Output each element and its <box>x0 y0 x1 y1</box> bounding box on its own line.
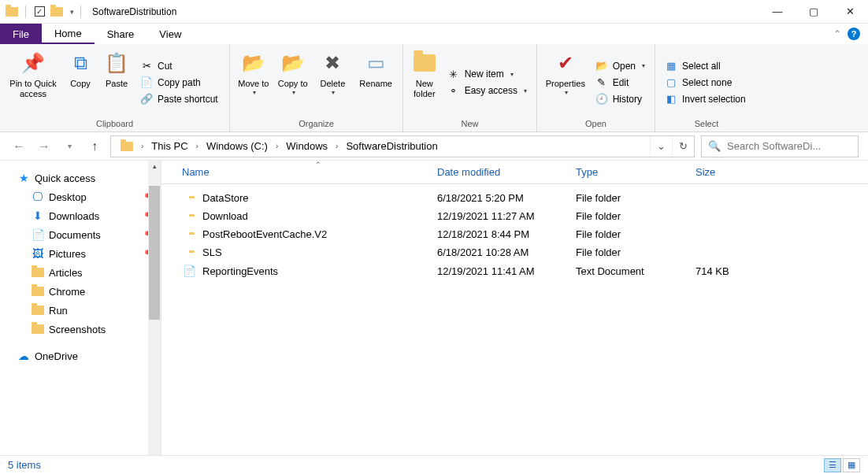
column-header-name[interactable]: Name⌃ <box>182 166 437 178</box>
sidebar-item-quick-access[interactable]: ★ Quick access <box>0 168 161 187</box>
back-button[interactable]: ← <box>9 137 28 156</box>
scroll-thumb[interactable] <box>149 186 160 320</box>
folder-icon <box>32 304 44 317</box>
thumbnails-view-button[interactable]: ▦ <box>843 458 860 472</box>
scroll-up-icon[interactable]: ▴ <box>151 161 158 172</box>
edit-button[interactable]: ✎Edit <box>591 75 650 91</box>
breadcrumb-segment[interactable]: This PC <box>147 136 192 157</box>
new-folder-button[interactable]: New folder <box>408 47 441 117</box>
paste-shortcut-button[interactable]: 🔗Paste shortcut <box>135 91 223 107</box>
documents-icon: 📄 <box>32 228 44 241</box>
folder-icon <box>32 266 44 279</box>
open-icon: 📂 <box>595 60 608 72</box>
sidebar-item-screenshots[interactable]: Screenshots <box>0 320 161 339</box>
new-item-button[interactable]: ✳New item▾ <box>443 66 532 82</box>
file-name: Download <box>202 210 437 222</box>
text-file-icon: 📄 <box>182 265 196 277</box>
help-icon[interactable]: ? <box>848 28 860 40</box>
refresh-button[interactable]: ↻ <box>672 136 694 157</box>
history-button[interactable]: 🕘History <box>591 91 650 107</box>
paste-button[interactable]: 📋 Paste <box>99 47 134 117</box>
file-name: SLS <box>202 246 437 258</box>
open-button[interactable]: 📂Open▾ <box>591 58 650 74</box>
column-header-size[interactable]: Size <box>696 166 774 178</box>
quick-access-icon: ★ <box>17 172 30 184</box>
rename-button[interactable]: ▭ Rename <box>354 47 398 117</box>
folder-icon <box>5 5 19 19</box>
search-input[interactable]: 🔍 Search SoftwareDi... <box>701 135 859 157</box>
pin-to-quick-access-button[interactable]: 📌 Pin to Quick access <box>5 47 61 117</box>
cut-button[interactable]: ✂Cut <box>135 58 223 74</box>
search-icon: 🔍 <box>708 140 721 152</box>
copy-button[interactable]: ⧉ Copy <box>63 47 98 117</box>
separator <box>25 6 26 18</box>
address-dropdown[interactable]: ⌄ <box>650 136 672 157</box>
folder-icon <box>32 323 44 335</box>
up-button[interactable]: ↑ <box>85 137 104 156</box>
copy-to-button[interactable]: 📂 Copy to▾ <box>274 47 312 117</box>
breadcrumb-segment[interactable]: Windows <box>281 136 332 157</box>
file-row[interactable]: 📄ReportingEvents12/19/2021 11:41 AMText … <box>161 261 868 280</box>
details-view-button[interactable]: ☰ <box>824 458 841 472</box>
file-list: DataStore6/18/2021 5:20 PMFile folderDow… <box>161 184 868 455</box>
chevron-down-icon[interactable]: ▾ <box>70 8 74 16</box>
file-row[interactable]: Download12/19/2021 11:27 AMFile folder <box>161 207 868 225</box>
forward-button[interactable]: → <box>35 137 54 156</box>
chevron-right-icon[interactable]: › <box>193 142 202 150</box>
group-label-select: Select <box>660 117 753 130</box>
sidebar-item-onedrive[interactable]: ☁OneDrive <box>0 346 161 365</box>
properties-button[interactable]: ✔ Properties▾ <box>542 47 589 117</box>
sidebar-item-desktop[interactable]: 🖵Desktop📍 <box>0 187 161 206</box>
close-button[interactable]: ✕ <box>832 0 868 24</box>
scrollbar[interactable]: ▴ <box>148 161 161 455</box>
sidebar-item-articles[interactable]: Articles <box>0 263 161 282</box>
column-header-type[interactable]: Type <box>576 166 696 178</box>
sidebar-item-documents[interactable]: 📄Documents📍 <box>0 225 161 244</box>
chevron-right-icon[interactable]: › <box>273 142 281 150</box>
item-count: 5 items <box>8 459 41 471</box>
sidebar-item-chrome[interactable]: Chrome <box>0 282 161 301</box>
ribbon: 📌 Pin to Quick access ⧉ Copy 📋 Paste ✂Cu… <box>0 44 868 132</box>
properties-icon: ✔ <box>553 50 578 76</box>
address-bar[interactable]: › This PC › Windows (C:) › Windows › Sof… <box>110 135 695 157</box>
easy-access-button[interactable]: ⚬Easy access▾ <box>443 83 532 98</box>
recent-dropdown[interactable]: ▾ <box>60 137 79 156</box>
file-row[interactable]: DataStore6/18/2021 5:20 PMFile folder <box>161 189 868 207</box>
copy-path-button[interactable]: 📄Copy path <box>135 75 223 91</box>
invert-selection-icon: ◧ <box>665 93 677 106</box>
file-row[interactable]: PostRebootEventCache.V212/18/2021 8:44 P… <box>161 225 868 243</box>
select-none-button[interactable]: ▢Select none <box>660 75 751 91</box>
breadcrumb-segment[interactable]: Windows (C:) <box>202 136 273 157</box>
quick-check-icon[interactable]: ✓ <box>32 5 46 19</box>
sidebar-item-run[interactable]: Run <box>0 301 161 320</box>
paste-shortcut-icon: 🔗 <box>140 93 153 106</box>
file-type: Text Document <box>576 265 696 277</box>
file-row[interactable]: SLS6/18/2021 10:28 AMFile folder <box>161 243 868 261</box>
home-tab[interactable]: Home <box>42 24 95 44</box>
chevron-right-icon[interactable]: › <box>332 142 341 150</box>
minimize-button[interactable]: ― <box>759 0 796 24</box>
move-to-button[interactable]: 📂 Move to▾ <box>235 47 273 117</box>
delete-button[interactable]: ✖ Delete▾ <box>313 47 353 117</box>
file-date: 6/18/2021 10:28 AM <box>437 246 576 258</box>
file-type: File folder <box>576 192 696 204</box>
copy-path-icon: 📄 <box>140 76 153 89</box>
onedrive-icon: ☁ <box>17 350 30 362</box>
file-size: 714 KB <box>696 265 774 277</box>
invert-selection-button[interactable]: ◧Invert selection <box>660 91 751 107</box>
sidebar-item-pictures[interactable]: 🖼Pictures📍 <box>0 244 161 263</box>
group-label-open: Open <box>542 117 650 130</box>
collapse-ribbon-icon[interactable]: ⌃ <box>833 28 841 39</box>
maximize-button[interactable]: ▢ <box>796 0 832 24</box>
column-headers: Name⌃ Date modified Type Size <box>161 161 868 184</box>
sidebar-item-downloads[interactable]: ⬇Downloads📍 <box>0 206 161 225</box>
history-icon: 🕘 <box>595 93 608 106</box>
file-tab[interactable]: File <box>0 24 42 44</box>
view-tab[interactable]: View <box>147 24 194 44</box>
share-tab[interactable]: Share <box>95 24 147 44</box>
breadcrumb-segment[interactable]: SoftwareDistribution <box>341 136 442 157</box>
chevron-right-icon[interactable]: › <box>138 142 147 150</box>
navigation-bar: ← → ▾ ↑ › This PC › Windows (C:) › Windo… <box>0 132 868 161</box>
column-header-date[interactable]: Date modified <box>437 166 576 178</box>
select-all-button[interactable]: ▦Select all <box>660 58 751 74</box>
